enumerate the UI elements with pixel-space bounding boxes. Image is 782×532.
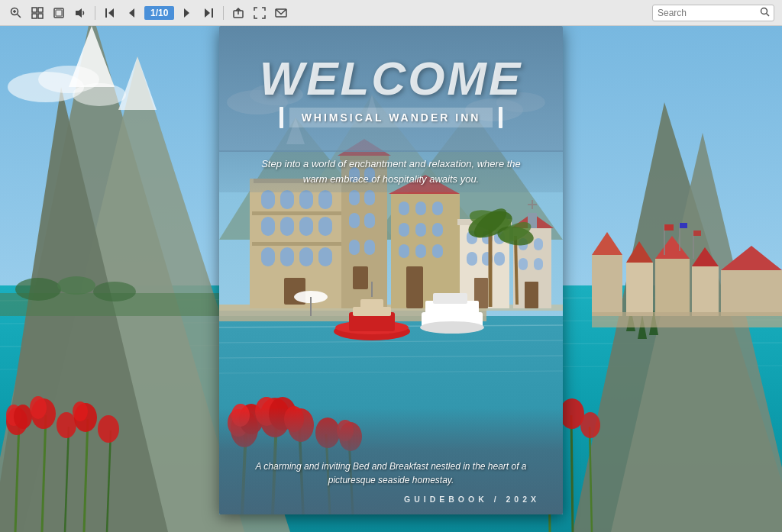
svg-marker-12 bbox=[108, 8, 114, 18]
inn-name-bar: WHIMSICAL WANDER INN bbox=[289, 108, 493, 127]
svg-rect-177 bbox=[433, 293, 467, 304]
svg-rect-111 bbox=[280, 247, 294, 266]
svg-rect-139 bbox=[432, 244, 443, 258]
fit-page-button[interactable] bbox=[50, 5, 67, 21]
inn-name-row: WHIMSICAL WANDER INN bbox=[280, 107, 503, 128]
svg-point-59 bbox=[15, 278, 61, 301]
svg-rect-105 bbox=[318, 190, 332, 209]
svg-rect-137 bbox=[399, 244, 409, 258]
svg-rect-146 bbox=[467, 252, 477, 266]
svg-rect-115 bbox=[252, 211, 342, 215]
svg-point-35 bbox=[73, 83, 126, 106]
svg-rect-9 bbox=[56, 10, 62, 16]
toolbar: 1/10 bbox=[0, 0, 782, 26]
fullscreen-button[interactable] bbox=[251, 5, 268, 21]
share-button[interactable] bbox=[230, 5, 247, 21]
svg-rect-156 bbox=[534, 238, 543, 250]
main-content: WELCOME WHIMSICAL WANDER INN Step into a… bbox=[0, 26, 782, 532]
svg-rect-116 bbox=[252, 242, 342, 246]
svg-point-73 bbox=[73, 401, 88, 421]
svg-point-75 bbox=[98, 415, 119, 443]
svg-rect-107 bbox=[280, 217, 294, 236]
svg-rect-104 bbox=[299, 190, 313, 209]
svg-point-65 bbox=[14, 405, 32, 429]
svg-rect-132 bbox=[415, 202, 426, 215]
subtitle-text: Step into a world of enchantment and rel… bbox=[250, 156, 532, 186]
svg-rect-134 bbox=[399, 223, 409, 237]
svg-rect-5 bbox=[38, 8, 43, 12]
svg-rect-173 bbox=[360, 299, 383, 311]
search-icon[interactable] bbox=[760, 7, 770, 19]
svg-line-164 bbox=[515, 236, 517, 305]
svg-line-21 bbox=[767, 13, 770, 16]
search-input[interactable] bbox=[658, 8, 757, 18]
first-page-button[interactable] bbox=[102, 5, 118, 21]
next-page-button[interactable] bbox=[179, 5, 196, 21]
svg-marker-14 bbox=[184, 8, 189, 18]
svg-rect-47 bbox=[692, 266, 719, 316]
svg-point-82 bbox=[580, 412, 600, 438]
svg-point-178 bbox=[420, 321, 484, 334]
svg-line-1 bbox=[18, 14, 21, 18]
svg-rect-113 bbox=[318, 247, 332, 266]
svg-rect-43 bbox=[626, 263, 653, 316]
svg-rect-53 bbox=[664, 224, 674, 231]
inn-name: WHIMSICAL WANDER INN bbox=[302, 111, 481, 124]
book-header-overlay: WELCOME WHIMSICAL WANDER INN bbox=[219, 26, 563, 152]
page-indicator: 1/10 bbox=[144, 6, 174, 20]
svg-rect-126 bbox=[364, 240, 375, 255]
grid-view-button[interactable] bbox=[29, 5, 46, 21]
svg-rect-127 bbox=[353, 266, 368, 289]
email-button[interactable] bbox=[273, 5, 289, 21]
prev-page-button[interactable] bbox=[123, 5, 140, 21]
svg-rect-51 bbox=[592, 312, 782, 327]
svg-marker-16 bbox=[205, 8, 210, 18]
welcome-title: WELCOME bbox=[260, 57, 523, 100]
book-bottom: A charming and inviting Bed and Breakfas… bbox=[219, 423, 563, 514]
svg-rect-112 bbox=[299, 247, 313, 266]
book-subtitle: Step into a world of enchantment and rel… bbox=[219, 150, 563, 192]
svg-line-79 bbox=[571, 415, 573, 532]
svg-rect-106 bbox=[261, 217, 275, 236]
separator-2 bbox=[223, 6, 224, 20]
svg-rect-108 bbox=[299, 217, 313, 236]
svg-marker-13 bbox=[129, 8, 134, 18]
svg-rect-158 bbox=[534, 258, 543, 270]
svg-rect-123 bbox=[349, 213, 360, 228]
svg-rect-55 bbox=[680, 223, 687, 228]
svg-rect-131 bbox=[399, 202, 409, 215]
svg-rect-103 bbox=[280, 190, 294, 209]
svg-rect-138 bbox=[415, 244, 426, 258]
volume-button[interactable] bbox=[72, 5, 89, 21]
svg-rect-124 bbox=[364, 213, 375, 228]
svg-rect-135 bbox=[415, 223, 426, 237]
svg-rect-125 bbox=[349, 240, 360, 255]
svg-rect-4 bbox=[32, 8, 37, 12]
svg-rect-45 bbox=[655, 259, 690, 316]
svg-point-70 bbox=[57, 412, 76, 438]
svg-rect-109 bbox=[318, 217, 332, 236]
zoom-in-button[interactable] bbox=[8, 5, 24, 21]
bottom-description: A charming and inviting Bed and Breakfas… bbox=[242, 459, 540, 487]
svg-point-68 bbox=[30, 396, 47, 419]
svg-rect-133 bbox=[432, 202, 443, 215]
svg-rect-57 bbox=[693, 231, 701, 236]
svg-point-60 bbox=[57, 276, 95, 295]
svg-rect-110 bbox=[261, 247, 275, 266]
svg-rect-148 bbox=[494, 252, 505, 266]
svg-rect-140 bbox=[406, 266, 423, 308]
svg-marker-10 bbox=[76, 8, 82, 18]
svg-rect-6 bbox=[32, 14, 37, 18]
last-page-button[interactable] bbox=[200, 5, 217, 21]
svg-point-61 bbox=[93, 282, 136, 301]
svg-rect-102 bbox=[261, 190, 275, 209]
svg-rect-49 bbox=[721, 270, 782, 316]
separator bbox=[95, 6, 95, 20]
search-box bbox=[652, 5, 774, 21]
svg-rect-41 bbox=[592, 255, 622, 316]
guidebook-label: GUIDEBOOK / 202X bbox=[242, 495, 540, 504]
svg-rect-159 bbox=[525, 282, 538, 308]
svg-point-20 bbox=[761, 8, 767, 14]
book-cover: WELCOME WHIMSICAL WANDER INN Step into a… bbox=[219, 26, 563, 514]
svg-rect-136 bbox=[432, 223, 443, 237]
